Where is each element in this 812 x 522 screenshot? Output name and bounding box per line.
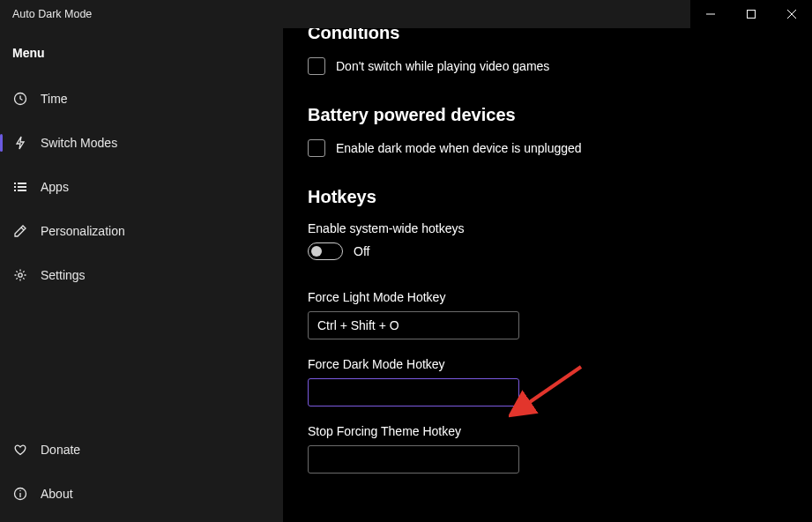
- nav-bottom: Donate About: [0, 432, 283, 522]
- sidebar-item-label: About: [41, 487, 73, 501]
- sidebar: Menu Time Switch Modes Apps: [0, 28, 283, 522]
- conditions-checkbox-row[interactable]: Don't switch while playing video games: [308, 57, 787, 75]
- close-button[interactable]: [771, 0, 812, 28]
- sidebar-item-label: Apps: [41, 180, 69, 194]
- sidebar-item-label: Donate: [41, 443, 80, 457]
- force-light-label: Force Light Mode Hotkey: [308, 290, 787, 304]
- lightning-icon: [12, 135, 28, 151]
- list-icon: [12, 179, 28, 195]
- sidebar-item-label: Personalization: [41, 224, 125, 238]
- info-icon: [12, 486, 28, 502]
- checkbox-icon[interactable]: [308, 139, 325, 157]
- nav-main: Time Switch Modes Apps Personalization: [0, 81, 283, 432]
- main-content: Conditions Don't switch while playing vi…: [283, 28, 812, 522]
- stop-forcing-label: Stop Forcing Theme Hotkey: [308, 424, 787, 438]
- svg-rect-6: [18, 183, 26, 184]
- section-battery-title: Battery powered devices: [308, 105, 787, 125]
- minimize-button[interactable]: [690, 0, 731, 28]
- svg-rect-10: [18, 190, 26, 191]
- stop-forcing-input[interactable]: [308, 445, 519, 474]
- sidebar-item-time[interactable]: Time: [0, 81, 283, 116]
- sidebar-item-about[interactable]: About: [0, 476, 283, 511]
- sidebar-item-apps[interactable]: Apps: [0, 169, 283, 205]
- section-conditions-title: Conditions: [308, 28, 787, 43]
- sidebar-item-personalization[interactable]: Personalization: [0, 213, 283, 249]
- sidebar-item-donate[interactable]: Donate: [0, 432, 283, 467]
- enable-hotkeys-label: Enable system-wide hotkeys: [308, 221, 787, 235]
- toggle-state-label: Off: [354, 244, 369, 258]
- maximize-button[interactable]: [731, 0, 771, 28]
- sidebar-item-label: Switch Modes: [41, 136, 117, 150]
- heart-icon: [12, 442, 28, 458]
- titlebar: Auto Dark Mode: [0, 0, 812, 28]
- svg-point-14: [19, 490, 20, 491]
- toggle-switch[interactable]: [308, 242, 343, 260]
- section-hotkeys-title: Hotkeys: [308, 187, 787, 207]
- sidebar-item-switch-modes[interactable]: Switch Modes: [0, 125, 283, 160]
- app-title: Auto Dark Mode: [12, 8, 690, 20]
- clock-icon: [12, 91, 28, 107]
- menu-heading: Menu: [0, 46, 283, 81]
- svg-rect-7: [14, 186, 16, 188]
- checkbox-label: Don't switch while playing video games: [336, 59, 549, 73]
- sidebar-item-label: Settings: [41, 268, 86, 282]
- checkbox-label: Enable dark mode when device is unplugge…: [336, 141, 582, 155]
- battery-checkbox-row[interactable]: Enable dark mode when device is unplugge…: [308, 139, 787, 157]
- svg-rect-9: [14, 190, 16, 191]
- checkbox-icon[interactable]: [308, 57, 325, 75]
- window-controls: [690, 0, 812, 28]
- sidebar-item-label: Time: [41, 92, 68, 106]
- sidebar-item-settings[interactable]: Settings: [0, 257, 283, 293]
- gear-icon: [12, 267, 28, 283]
- force-dark-input[interactable]: [308, 378, 519, 406]
- svg-point-11: [19, 273, 22, 277]
- force-light-input[interactable]: [308, 311, 519, 339]
- pencil-icon: [12, 223, 28, 239]
- svg-rect-1: [748, 11, 756, 19]
- svg-rect-8: [18, 186, 26, 188]
- force-dark-label: Force Dark Mode Hotkey: [308, 357, 787, 371]
- svg-rect-5: [14, 183, 16, 184]
- enable-hotkeys-toggle-row: Off: [308, 242, 787, 260]
- toggle-knob-icon: [311, 246, 322, 257]
